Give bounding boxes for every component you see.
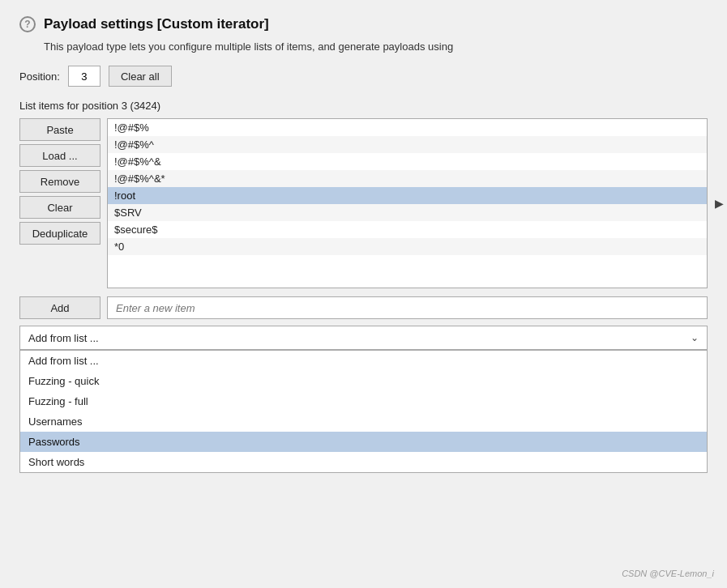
remove-button[interactable]: Remove	[19, 170, 100, 193]
scroll-right-icon: ▶	[715, 197, 724, 210]
dropdown-item[interactable]: Fuzzing - full	[20, 391, 707, 411]
chevron-down-icon: ⌄	[691, 332, 699, 343]
list-action-buttons: Paste Load ... Remove Clear Deduplicate	[19, 118, 100, 288]
add-item-input[interactable]	[107, 296, 708, 319]
dropdown-item[interactable]: Passwords	[20, 432, 707, 452]
add-from-list-label: Add from list ...	[28, 332, 99, 344]
list-item[interactable]: *0	[108, 238, 707, 255]
list-item[interactable]: !@#$%^&	[108, 153, 707, 170]
watermark: CSDN @CVE-Lemon_i	[622, 569, 714, 578]
dropdown-item[interactable]: Usernames	[20, 411, 707, 432]
list-section-label: List items for position 3 (3424)	[19, 100, 708, 112]
help-icon[interactable]: ?	[19, 16, 36, 32]
list-item[interactable]: !@#$%^&*	[108, 170, 707, 187]
load-button[interactable]: Load ...	[19, 144, 100, 167]
list-item[interactable]: !root	[108, 187, 707, 204]
add-button[interactable]: Add	[19, 296, 100, 319]
dropdown-item[interactable]: Short words	[20, 452, 707, 472]
position-label: Position:	[19, 70, 60, 83]
position-input[interactable]	[68, 66, 100, 87]
list-item[interactable]: $SRV	[108, 204, 707, 221]
deduplicate-button[interactable]: Deduplicate	[19, 222, 100, 245]
paste-button[interactable]: Paste	[19, 118, 100, 141]
page-title: Payload settings [Custom iterator]	[44, 16, 269, 32]
list-container: !@#$%!@#$%^!@#$%^&!@#$%^&*!root$SRV$secu…	[107, 118, 708, 288]
dropdown-item[interactable]: Add from list ...	[20, 351, 707, 371]
list-item[interactable]: !@#$%	[108, 119, 707, 136]
clear-all-button[interactable]: Clear all	[109, 66, 172, 87]
description: This payload type lets you configure mul…	[44, 40, 708, 53]
dropdown-menu: Add from list ...Fuzzing - quickFuzzing …	[19, 350, 708, 473]
add-from-list-dropdown[interactable]: Add from list ... ⌄	[19, 326, 708, 350]
clear-button[interactable]: Clear	[19, 196, 100, 219]
list-box[interactable]: !@#$%!@#$%^!@#$%^&!@#$%^&*!root$SRV$secu…	[107, 118, 708, 288]
list-item[interactable]: !@#$%^	[108, 136, 707, 153]
list-item[interactable]: $secure$	[108, 221, 707, 238]
dropdown-item[interactable]: Fuzzing - quick	[20, 371, 707, 391]
